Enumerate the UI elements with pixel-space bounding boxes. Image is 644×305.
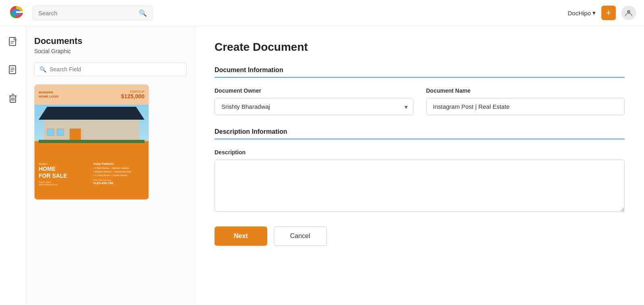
svg-point-1: [627, 10, 630, 13]
cancel-button[interactable]: Cancel: [274, 226, 327, 246]
doc-info-form-row: Document Owner Srishty Bharadwaj Documen…: [215, 87, 625, 115]
chevron-down-icon: ▾: [592, 9, 596, 17]
panel-subtitle: Social Graphic: [34, 48, 187, 54]
description-textarea[interactable]: [215, 160, 625, 212]
description-group: Description: [215, 149, 625, 214]
add-button[interactable]: +: [601, 6, 616, 20]
card-top-bar: MODERNHOME LOGO STARTS AT $125,000: [35, 85, 149, 105]
doc-owner-select-wrapper[interactable]: Srishty Bharadwaj: [215, 98, 413, 115]
doc-owner-group: Document Owner Srishty Bharadwaj: [215, 87, 413, 115]
brand-name[interactable]: DocHipo ▾: [568, 9, 596, 17]
sidebar-item-files[interactable]: [5, 62, 21, 79]
doc-info-heading: Document Information: [215, 66, 625, 78]
doc-name-label: Document Name: [426, 87, 625, 94]
doc-owner-select[interactable]: Srishty Bharadwaj: [215, 98, 413, 115]
sidebar-item-documents[interactable]: [5, 34, 21, 50]
search-icon: 🔍: [139, 9, 147, 17]
desc-label: Description: [215, 149, 625, 156]
create-document-title: Create Document: [215, 41, 625, 54]
doc-owner-label: Document Owner: [215, 87, 413, 94]
top-navigation: 🔍 DocHipo ▾ +: [0, 0, 644, 26]
main-layout: Documents Social Graphic 🔍 MODERNHOME LO…: [0, 26, 644, 305]
next-button[interactable]: Next: [215, 226, 267, 246]
nav-right: DocHipo ▾ +: [568, 6, 636, 20]
search-field-input[interactable]: [50, 66, 182, 73]
search-field[interactable]: 🔍: [34, 62, 187, 76]
right-panel: Create Document Document Information Doc…: [195, 26, 644, 305]
search-bar[interactable]: 🔍: [32, 6, 153, 21]
panel-title: Documents: [34, 36, 187, 46]
doc-name-input[interactable]: [426, 98, 625, 115]
house-visual: [39, 107, 144, 139]
card-bottom-section: Modern HOMEFOR SALE Know more www.websit…: [35, 159, 149, 199]
left-panel: Documents Social Graphic 🔍 MODERNHOME LO…: [26, 26, 195, 305]
sidebar-icons: [0, 26, 26, 305]
avatar-button[interactable]: [621, 6, 636, 20]
sidebar-item-trash[interactable]: [5, 91, 21, 107]
template-card[interactable]: MODERNHOME LOGO STARTS AT $125,000: [34, 84, 149, 200]
search-input[interactable]: [38, 10, 136, 17]
logo[interactable]: [8, 4, 24, 22]
desc-info-heading: Description Information: [215, 128, 625, 139]
button-row: Next Cancel: [215, 226, 625, 246]
doc-name-group: Document Name: [426, 87, 625, 115]
template-preview: MODERNHOME LOGO STARTS AT $125,000: [35, 85, 149, 199]
search-field-icon: 🔍: [39, 66, 46, 73]
